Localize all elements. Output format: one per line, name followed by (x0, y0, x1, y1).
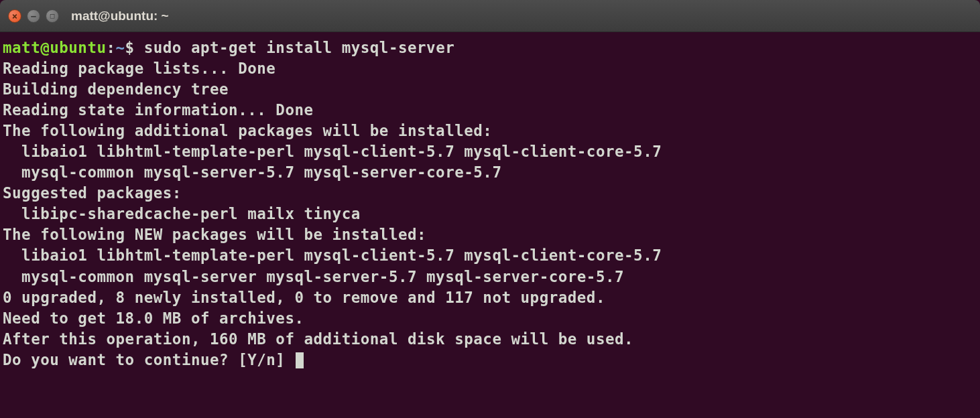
output-line: mysql-common mysql-server-5.7 mysql-serv… (3, 163, 501, 181)
terminal-window: matt@ubuntu: ~ matt@ubuntu:~$ sudo apt-g… (0, 0, 980, 418)
maximize-button[interactable] (46, 9, 59, 23)
output-line: After this operation, 160 MB of addition… (3, 330, 633, 348)
minimize-button[interactable] (27, 9, 40, 23)
output-line: The following additional packages will b… (3, 122, 492, 139)
titlebar: matt@ubuntu: ~ (0, 0, 980, 32)
window-title: matt@ubuntu: ~ (71, 9, 169, 23)
output-line: libaio1 libhtml-template-perl mysql-clie… (3, 143, 662, 160)
output-line: Suggested packages: (3, 184, 182, 202)
output-line: libaio1 libhtml-template-perl mysql-clie… (3, 247, 662, 264)
output-line: Reading package lists... Done (3, 60, 275, 77)
terminal-content[interactable]: matt@ubuntu:~$ sudo apt-get install mysq… (0, 32, 980, 376)
output-line: 0 upgraded, 8 newly installed, 0 to remo… (3, 289, 605, 306)
output-line: The following NEW packages will be insta… (3, 226, 426, 243)
output-line: Building dependency tree (3, 80, 229, 98)
output-line: Reading state information... Done (3, 101, 314, 119)
prompt-dollar: $ (125, 39, 135, 56)
command-text: sudo apt-get install mysql-server (144, 39, 455, 56)
output-line: mysql-common mysql-server mysql-server-5… (3, 268, 624, 285)
prompt-path: ~ (116, 39, 125, 56)
window-controls (8, 9, 59, 23)
prompt-userhost: matt@ubuntu (3, 39, 107, 56)
output-prompt: Do you want to continue? [Y/n] (3, 351, 294, 368)
close-button[interactable] (8, 9, 21, 23)
output-line: libipc-sharedcache-perl mailx tinyca (3, 205, 361, 222)
prompt-colon: : (107, 39, 116, 56)
output-line: Need to get 18.0 MB of archives. (3, 309, 304, 327)
cursor (296, 352, 304, 368)
